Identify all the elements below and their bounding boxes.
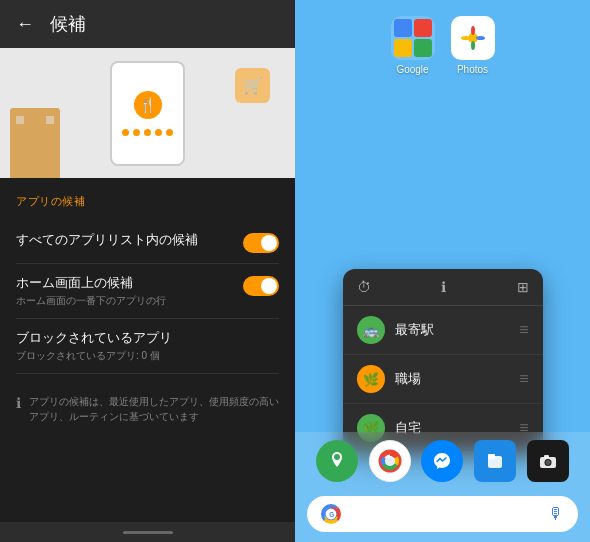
svg-text:G: G: [329, 511, 334, 518]
chrome-svg: [377, 448, 403, 474]
popup-info-icon: ℹ: [441, 279, 446, 295]
top-icons-row: Google Photos: [295, 0, 590, 83]
setting-blocked-apps-text: ブロックされているアプリ ブロックされているアプリ: 0 個: [16, 329, 279, 363]
mic-icon[interactable]: 🎙: [548, 505, 564, 523]
setting-home-screen-subtitle: ホーム画面の一番下のアプリの行: [16, 294, 233, 308]
station-icon: 🚌: [357, 316, 385, 344]
popup-menu: ⏱ ℹ ⊞ 🚌 最寄駅 ≡ 🌿 職場 ≡ 🌿 自宅 ≡: [343, 269, 543, 452]
setting-all-apps[interactable]: すべてのアプリリスト内の候補: [16, 221, 279, 264]
cart-decoration: 🛒: [235, 68, 270, 103]
search-bar[interactable]: G 🎙: [307, 496, 578, 532]
maps-svg: [324, 448, 350, 474]
info-text-container: ℹ アプリの候補は、最近使用したアプリ、使用頻度の高いアプリ、ルーティンに基づい…: [16, 386, 279, 432]
setting-blocked-apps-subtitle: ブロックされているアプリ: 0 個: [16, 349, 269, 363]
camera-svg: [535, 448, 561, 474]
svg-point-4: [461, 36, 470, 40]
camera-dock-icon[interactable]: [527, 440, 569, 482]
home-indicator: [123, 531, 173, 534]
photos-app-group[interactable]: Photos: [451, 16, 495, 75]
files-dock-icon[interactable]: [474, 440, 516, 482]
building-decoration: [10, 108, 60, 178]
setting-blocked-apps[interactable]: ブロックされているアプリ ブロックされているアプリ: 0 個: [16, 319, 279, 374]
toggle-all-apps[interactable]: [243, 233, 279, 253]
messenger-dock-icon[interactable]: [421, 440, 463, 482]
illustration-area: 🍴 🛒: [0, 48, 295, 178]
setting-home-screen-text: ホーム画面上の候補 ホーム画面の一番下のアプリの行: [16, 274, 243, 308]
setting-home-screen[interactable]: ホーム画面上の候補 ホーム画面の一番下のアプリの行: [16, 264, 279, 319]
svg-point-2: [476, 36, 485, 40]
toggle-home-screen[interactable]: [243, 276, 279, 296]
google-g-logo: G: [321, 504, 341, 524]
photos-label: Photos: [457, 64, 488, 75]
dot-5: [166, 129, 173, 136]
dot-4: [155, 129, 162, 136]
dock-icons-row: [295, 432, 590, 490]
google-icon[interactable]: [391, 16, 435, 60]
dot-1: [122, 129, 129, 136]
station-handle: ≡: [519, 321, 528, 339]
google-sub-2: [414, 19, 432, 37]
svg-point-1: [471, 26, 475, 35]
dot-3: [144, 129, 151, 136]
fork-icon: 🍴: [134, 91, 162, 119]
work-icon: 🌿: [357, 365, 385, 393]
dot-row: [122, 129, 173, 136]
info-content: アプリの候補は、最近使用したアプリ、使用頻度の高いアプリ、ルーティンに基づいてい…: [29, 394, 279, 424]
left-header: ← 候補: [0, 0, 295, 48]
popup-row-station[interactable]: 🚌 最寄駅 ≡: [343, 306, 543, 355]
svg-point-6: [334, 454, 340, 460]
setting-all-apps-text: すべてのアプリリスト内の候補: [16, 231, 243, 251]
google-sub-1: [394, 19, 412, 37]
right-panel: Google Photos ⏱ ℹ ⊞: [295, 0, 590, 542]
google-app-group[interactable]: Google: [391, 16, 435, 75]
files-svg: [482, 448, 508, 474]
google-sub-4: [414, 39, 432, 57]
google-label: Google: [396, 64, 428, 75]
svg-point-18: [545, 460, 550, 465]
left-panel: ← 候補 🍴 🛒 アプリの候補 すべてのアプリリスト内の候補: [0, 0, 295, 542]
info-icon: ℹ: [16, 395, 21, 424]
setting-all-apps-title: すべてのアプリリスト内の候補: [16, 231, 233, 249]
popup-menu-header: ⏱ ℹ ⊞: [343, 269, 543, 306]
back-button[interactable]: ←: [16, 14, 34, 35]
maps-dock-icon[interactable]: [316, 440, 358, 482]
page-title: 候補: [50, 12, 86, 36]
popup-timer-icon: ⏱: [357, 279, 371, 295]
chrome-dock-icon[interactable]: [369, 440, 411, 482]
photos-icon[interactable]: [451, 16, 495, 60]
google-sub-3: [394, 39, 412, 57]
dot-2: [133, 129, 140, 136]
bottom-bar: [0, 522, 295, 542]
phone-mockup: 🍴: [110, 61, 185, 166]
svg-point-10: [386, 457, 394, 465]
section-label: アプリの候補: [16, 194, 279, 209]
svg-rect-14: [488, 454, 495, 459]
work-handle: ≡: [519, 370, 528, 388]
svg-point-3: [471, 41, 475, 50]
popup-row-work[interactable]: 🌿 職場 ≡: [343, 355, 543, 404]
setting-blocked-apps-title: ブロックされているアプリ: [16, 329, 269, 347]
photos-svg: [459, 24, 487, 52]
popup-grid-icon: ⊞: [517, 279, 529, 295]
setting-home-screen-title: ホーム画面上の候補: [16, 274, 233, 292]
bottom-dock: G 🎙: [295, 432, 590, 542]
content-area: アプリの候補 すべてのアプリリスト内の候補 ホーム画面上の候補 ホーム画面の一番…: [0, 178, 295, 522]
svg-rect-19: [544, 455, 549, 458]
station-label: 最寄駅: [395, 321, 510, 339]
messenger-svg: [429, 448, 455, 474]
work-label: 職場: [395, 370, 510, 388]
